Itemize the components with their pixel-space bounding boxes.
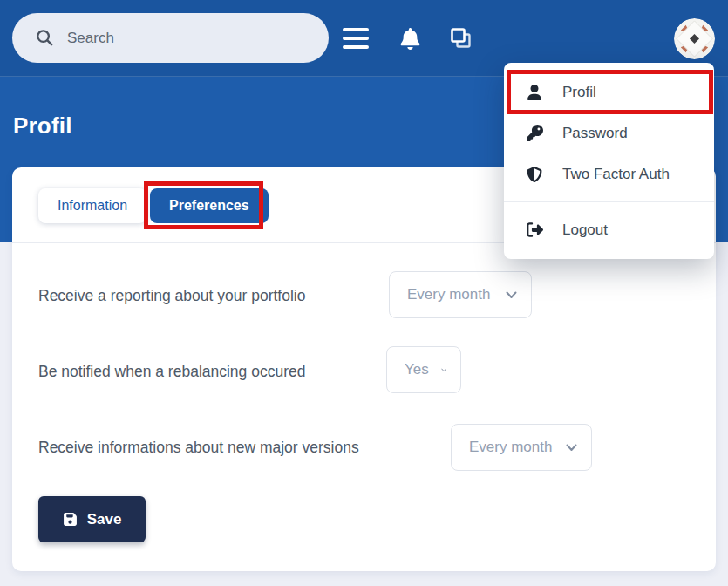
save-button[interactable]: Save <box>38 496 146 542</box>
copy-icon <box>449 26 473 51</box>
shield-icon <box>526 167 543 182</box>
key-icon <box>526 125 543 141</box>
user-dropdown-menu: Profil Password Two Factor Auth Logout <box>504 63 714 259</box>
menu-item-label: Password <box>562 125 628 142</box>
menu-item-two-factor-auth[interactable]: Two Factor Auth <box>504 153 714 194</box>
app-window: Profil Information Preferences Receive a… <box>0 0 728 586</box>
select-value: Every month <box>469 439 552 456</box>
search-bar[interactable] <box>12 13 329 63</box>
reporting-frequency-select[interactable]: Every month <box>389 271 532 318</box>
major-versions-label: Receive informations about new major ver… <box>38 437 359 458</box>
user-icon <box>526 85 543 100</box>
chevron-down-icon <box>441 366 446 374</box>
avatar-logo-icon <box>674 18 715 59</box>
major-versions-select[interactable]: Every month <box>451 424 592 471</box>
chevron-down-icon <box>566 444 577 452</box>
menu-item-password[interactable]: Password <box>504 112 714 153</box>
pages-copy-button[interactable] <box>448 26 474 51</box>
menu-item-label: Two Factor Auth <box>562 166 670 183</box>
search-icon <box>36 29 54 47</box>
page-title: Profil <box>13 112 72 140</box>
avatar[interactable] <box>674 18 715 59</box>
select-value: Yes <box>405 361 429 378</box>
tab-information[interactable]: Information <box>38 188 146 223</box>
reporting-frequency-label: Receive a reporting about your portfolio <box>38 285 305 306</box>
rebalancing-notify-select[interactable]: Yes <box>386 346 461 393</box>
chevron-down-icon <box>506 291 517 299</box>
notifications-bell-button[interactable] <box>398 27 422 50</box>
menu-item-logout[interactable]: Logout <box>504 209 714 250</box>
tab-preferences[interactable]: Preferences <box>150 188 269 223</box>
rebalancing-notify-label: Be notified when a rebalancing occured <box>38 361 305 382</box>
save-button-label: Save <box>87 511 122 528</box>
save-icon <box>63 512 78 527</box>
menu-item-label: Profil <box>562 84 596 101</box>
bell-icon <box>400 28 420 50</box>
search-input[interactable] <box>67 30 285 47</box>
logout-icon <box>526 221 543 238</box>
select-value: Every month <box>407 286 490 303</box>
hamburger-menu-button[interactable] <box>343 28 369 49</box>
menu-item-profil[interactable]: Profil <box>504 72 714 112</box>
menu-item-label: Logout <box>562 221 608 239</box>
menu-divider <box>504 201 714 202</box>
